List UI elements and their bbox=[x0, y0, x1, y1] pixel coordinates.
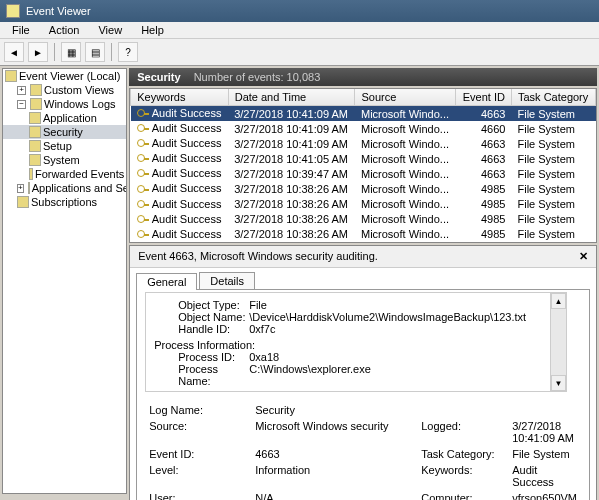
tree-label: Setup bbox=[43, 140, 72, 152]
col-date[interactable]: Date and Time bbox=[228, 89, 355, 106]
scroll-up-icon[interactable]: ▲ bbox=[551, 293, 566, 309]
key-icon bbox=[137, 168, 149, 180]
folder-icon bbox=[30, 84, 42, 96]
key-icon bbox=[137, 214, 149, 226]
tree-custom-views[interactable]: + Custom Views bbox=[3, 83, 126, 97]
tab-general[interactable]: General bbox=[136, 273, 197, 290]
event-count: Number of events: 10,083 bbox=[194, 71, 321, 83]
log-name-value: Security bbox=[255, 404, 577, 416]
toolbar-separator bbox=[54, 43, 55, 61]
collapse-icon[interactable]: − bbox=[17, 100, 26, 109]
menu-help[interactable]: Help bbox=[133, 22, 172, 38]
event-grid[interactable]: Keywords Date and Time Source Event ID T… bbox=[129, 88, 597, 243]
col-keywords[interactable]: Keywords bbox=[131, 89, 229, 106]
menu-view[interactable]: View bbox=[90, 22, 130, 38]
properties-button[interactable]: ▤ bbox=[85, 42, 105, 62]
table-row[interactable]: Audit Success3/27/2018 10:38:26 AMMicros… bbox=[131, 197, 596, 212]
key-icon bbox=[137, 138, 149, 150]
process-name-value: C:\Windows\explorer.exe bbox=[249, 363, 371, 387]
folder-icon bbox=[30, 98, 42, 110]
table-row[interactable]: Audit Success3/27/2018 10:38:26 AMMicros… bbox=[131, 212, 596, 227]
source-label: Source: bbox=[149, 420, 249, 444]
tree-log-setup[interactable]: Setup bbox=[3, 139, 126, 153]
event-preview: Event 4663, Microsoft Windows security a… bbox=[129, 245, 597, 500]
viewer-icon bbox=[5, 70, 17, 82]
pane-title: Security bbox=[137, 71, 180, 83]
close-icon[interactable]: ✕ bbox=[579, 250, 588, 263]
tree-label: System bbox=[43, 154, 80, 166]
tree-label: Custom Views bbox=[44, 84, 114, 96]
tree-label: Forwarded Events bbox=[35, 168, 124, 180]
expand-icon[interactable]: + bbox=[17, 184, 24, 193]
table-row[interactable]: Audit Success3/27/2018 10:41:05 AMMicros… bbox=[131, 151, 596, 166]
title-bar: Event Viewer bbox=[0, 0, 599, 22]
computer-value: vfrson650VM bbox=[512, 492, 577, 500]
object-name-label: Object Name: bbox=[154, 311, 249, 323]
preview-title: Event 4663, Microsoft Windows security a… bbox=[138, 250, 378, 263]
process-info-heading: Process Information: bbox=[154, 339, 558, 351]
logged-label: Logged: bbox=[421, 420, 506, 444]
user-label: User: bbox=[149, 492, 249, 500]
tree-root-label: Event Viewer (Local) bbox=[19, 70, 120, 82]
navigation-tree[interactable]: Event Viewer (Local) + Custom Views − Wi… bbox=[2, 68, 127, 494]
tree-subscriptions[interactable]: Subscriptions bbox=[3, 195, 126, 209]
table-row[interactable]: Audit Success3/27/2018 10:41:09 AMMicros… bbox=[131, 136, 596, 151]
log-icon bbox=[29, 168, 33, 180]
table-row[interactable]: Audit Success3/27/2018 10:41:09 AMMicros… bbox=[131, 106, 596, 122]
process-name-label: Process Name: bbox=[154, 363, 249, 387]
access-request-heading: Access Request Information: bbox=[154, 391, 558, 392]
keywords-label: Keywords: bbox=[421, 464, 506, 488]
source-value: Microsoft Windows security bbox=[255, 420, 415, 444]
table-row[interactable]: Audit Success3/27/2018 10:41:09 AMMicros… bbox=[131, 121, 596, 136]
pane-header: Security Number of events: 10,083 bbox=[129, 68, 597, 86]
tab-details[interactable]: Details bbox=[199, 272, 255, 289]
log-icon bbox=[29, 154, 41, 166]
window-title: Event Viewer bbox=[26, 5, 91, 17]
menu-file[interactable]: File bbox=[4, 22, 38, 38]
back-button[interactable]: ◄ bbox=[4, 42, 24, 62]
log-icon bbox=[29, 112, 41, 124]
handle-id-value: 0xf7c bbox=[249, 323, 275, 335]
show-tree-button[interactable]: ▦ bbox=[61, 42, 81, 62]
tree-label: Application bbox=[43, 112, 97, 124]
expand-icon[interactable]: + bbox=[17, 86, 26, 95]
tree-log-forwarded events[interactable]: Forwarded Events bbox=[3, 167, 126, 181]
scroll-down-icon[interactable]: ▼ bbox=[551, 375, 566, 391]
key-icon bbox=[137, 184, 149, 196]
tree-label: Windows Logs bbox=[44, 98, 116, 110]
key-icon bbox=[137, 153, 149, 165]
key-icon bbox=[137, 108, 149, 120]
level-label: Level: bbox=[149, 464, 249, 488]
tree-windows-logs[interactable]: − Windows Logs bbox=[3, 97, 126, 111]
tree-label: Applications and Services Logs bbox=[32, 182, 128, 194]
col-eventid[interactable]: Event ID bbox=[456, 89, 512, 106]
user-value: N/A bbox=[255, 492, 415, 500]
toolbar-separator bbox=[111, 43, 112, 61]
log-icon bbox=[29, 126, 41, 138]
tree-root[interactable]: Event Viewer (Local) bbox=[3, 69, 126, 83]
help-button[interactable]: ? bbox=[118, 42, 138, 62]
menu-action[interactable]: Action bbox=[41, 22, 88, 38]
task-category-label: Task Category: bbox=[421, 448, 506, 460]
scrollbar[interactable]: ▲ ▼ bbox=[550, 293, 566, 391]
folder-icon bbox=[17, 196, 29, 208]
event-metadata: Log Name: Security Source: Microsoft Win… bbox=[139, 398, 587, 500]
tree-label: Subscriptions bbox=[31, 196, 97, 208]
object-name-value: \Device\HarddiskVolume2\WindowsImageBack… bbox=[249, 311, 526, 323]
keywords-value: Audit Success bbox=[512, 464, 577, 488]
tree-log-system[interactable]: System bbox=[3, 153, 126, 167]
table-row[interactable]: Audit Success3/27/2018 10:39:47 AMMicros… bbox=[131, 166, 596, 181]
tree-log-application[interactable]: Application bbox=[3, 111, 126, 125]
table-row[interactable]: Audit Success3/27/2018 10:38:26 AMMicros… bbox=[131, 181, 596, 196]
col-source[interactable]: Source bbox=[355, 89, 456, 106]
col-task[interactable]: Task Category bbox=[511, 89, 595, 106]
process-id-value: 0xa18 bbox=[249, 351, 279, 363]
tree-app-services[interactable]: + Applications and Services Logs bbox=[3, 181, 126, 195]
event-id-label: Event ID: bbox=[149, 448, 249, 460]
table-row[interactable]: Audit Success3/27/2018 10:38:26 AMMicros… bbox=[131, 227, 596, 242]
key-icon bbox=[137, 199, 149, 211]
forward-button[interactable]: ► bbox=[28, 42, 48, 62]
key-icon bbox=[137, 123, 149, 135]
tree-log-security[interactable]: Security bbox=[3, 125, 126, 139]
process-id-label: Process ID: bbox=[154, 351, 249, 363]
